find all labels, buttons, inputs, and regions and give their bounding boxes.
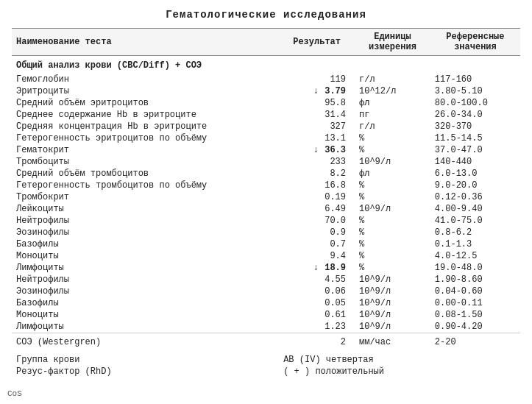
test-result: ↓ 18.9	[279, 262, 355, 274]
test-units: г/л	[355, 121, 430, 132]
soe-units: мм/час	[355, 333, 430, 349]
table-row: Тромбоциты23310^9/л140-440	[12, 156, 520, 168]
test-name: Эозинофилы	[12, 286, 279, 297]
test-result: ↓ 36.3	[279, 144, 355, 156]
test-name: Тромбоциты	[12, 156, 279, 168]
test-ref: 1.90-8.60	[430, 274, 520, 286]
test-result: 31.4	[279, 109, 355, 121]
test-ref: 80.0-100.0	[430, 97, 520, 109]
test-units: %	[355, 215, 430, 227]
test-units: %	[355, 250, 430, 262]
test-ref: 9.0-20.0	[430, 180, 520, 191]
table-row: Средняя концентрация Нb в эритроците327г…	[12, 121, 520, 132]
test-result: 0.7	[279, 238, 355, 250]
test-name: Нейтрофилы	[12, 215, 279, 227]
test-result: 95.8	[279, 97, 355, 109]
table-row: Нейтрофилы4.5510^9/л1.90-8.60	[12, 274, 520, 286]
test-ref: 3.80-5.10	[430, 85, 520, 97]
test-units: 10^9/л	[355, 203, 430, 215]
table-row: Среднее содержание Нb в эритроците31.4пг…	[12, 109, 520, 121]
table-row: Моноциты0.6110^9/л0.08-1.50	[12, 309, 520, 321]
header-ref: Референсные значения	[430, 29, 520, 56]
test-units: 10^12/л	[355, 85, 430, 97]
test-ref: 0.08-1.50	[430, 309, 520, 321]
test-name: Моноциты	[12, 309, 279, 321]
test-ref: 320-370	[430, 121, 520, 132]
table-row: Эритроциты↓ 3.7910^12/л3.80-5.10	[12, 85, 520, 97]
test-result: 16.8	[279, 180, 355, 191]
test-name: Средний объём тромбоцитов	[12, 168, 279, 180]
test-units: 10^9/л	[355, 156, 430, 168]
table-row: Лейкоциты6.4910^9/л4.00-9.40	[12, 203, 520, 215]
test-units: 10^9/л	[355, 309, 430, 321]
test-units: %	[355, 132, 430, 144]
test-units: г/л	[355, 74, 430, 85]
test-name: Лимфоциты	[12, 321, 279, 333]
separator-row	[12, 348, 520, 354]
soe-name: СОЭ (Westergren)	[12, 333, 279, 349]
test-name: Базофилы	[12, 238, 279, 250]
test-result: 8.2	[279, 168, 355, 180]
test-ref: 4.0-12.5	[430, 250, 520, 262]
table-row: Базофилы0.7%0.1-1.3	[12, 238, 520, 250]
soe-result: 2	[279, 333, 355, 349]
test-ref: 11.5-14.5	[430, 132, 520, 144]
footer-info-row: Группа кровиAB (IV) четвертая	[12, 354, 520, 366]
test-ref: 4.00-9.40	[430, 203, 520, 215]
test-result: 0.05	[279, 297, 355, 309]
test-result: 13.1	[279, 132, 355, 144]
test-name: Средняя концентрация Нb в эритроците	[12, 121, 279, 132]
test-units: фл	[355, 97, 430, 109]
test-units: 10^9/л	[355, 321, 430, 333]
test-name: Средний объём эритроцитов	[12, 97, 279, 109]
test-ref: 41.0-75.0	[430, 215, 520, 227]
footer-label: Группа крови	[12, 354, 279, 366]
test-ref: 0.8-6.2	[430, 227, 520, 238]
test-name: Гемоглобин	[12, 74, 279, 85]
test-ref: 117-160	[430, 74, 520, 85]
test-units: %	[355, 191, 430, 203]
footer-value: AB (IV) четвертая	[279, 354, 520, 366]
test-name: Нейтрофилы	[12, 274, 279, 286]
test-units: %	[355, 180, 430, 191]
test-ref: 37.0-47.0	[430, 144, 520, 156]
test-ref: 19.0-48.0	[430, 262, 520, 274]
soe-ref: 2-20	[430, 333, 520, 349]
test-result: 0.19	[279, 191, 355, 203]
test-ref: 26.0-34.0	[430, 109, 520, 121]
test-name: Гетерогенность эритроцитов по объёму	[12, 132, 279, 144]
header-result: Результат	[279, 29, 355, 56]
table-row: Эозинофилы0.9%0.8-6.2	[12, 227, 520, 238]
test-result: 1.23	[279, 321, 355, 333]
test-name: Эозинофилы	[12, 227, 279, 238]
table-row: Лимфоциты1.2310^9/л0.90-4.20	[12, 321, 520, 333]
table-row: Тромбокрит0.19%0.12-0.36	[12, 191, 520, 203]
table-row: Гемоглобин119г/л117-160	[12, 74, 520, 85]
table-row: Эозинофилы0.0610^9/л0.04-0.60	[12, 286, 520, 297]
soe-row: СОЭ (Westergren)2мм/час2-20	[12, 333, 520, 349]
table-row: Гетерогенность эритроцитов по объёму13.1…	[12, 132, 520, 144]
table-row: Средний объём тромбоцитов8.2фл6.0-13.0	[12, 168, 520, 180]
test-name: Эритроциты	[12, 85, 279, 97]
test-name: Среднее содержание Нb в эритроците	[12, 109, 279, 121]
test-name: Тромбокрит	[12, 191, 279, 203]
test-units: 10^9/л	[355, 297, 430, 309]
test-name: Моноциты	[12, 250, 279, 262]
footer-label: Резус-фактор (RhD)	[12, 366, 279, 378]
test-result: 233	[279, 156, 355, 168]
test-result: 0.06	[279, 286, 355, 297]
test-units: фл	[355, 168, 430, 180]
test-units: 10^9/л	[355, 274, 430, 286]
test-result: 0.61	[279, 309, 355, 321]
footer-info-row: Резус-фактор (RhD)( + ) положительный	[12, 366, 520, 378]
test-result: 70.0	[279, 215, 355, 227]
test-name: Лимфоциты	[12, 262, 279, 274]
header-units: Единицы измерения	[355, 29, 430, 56]
test-ref: 140-440	[430, 156, 520, 168]
test-ref: 0.00-0.11	[430, 297, 520, 309]
results-table: Наименование теста Результат Единицы изм…	[12, 28, 520, 378]
test-ref: 0.90-4.20	[430, 321, 520, 333]
test-name: Базофилы	[12, 297, 279, 309]
cos-label: CoS	[7, 389, 22, 398]
test-units: %	[355, 238, 430, 250]
